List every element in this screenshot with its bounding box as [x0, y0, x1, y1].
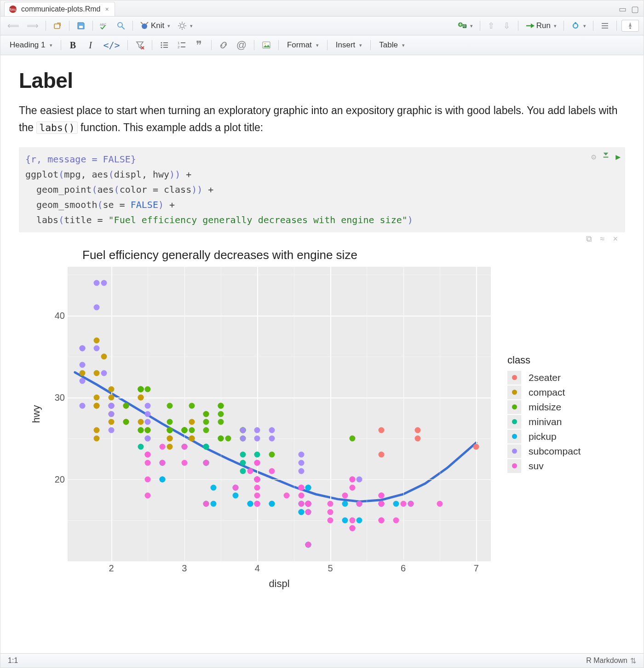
code-chunk[interactable]: ⚙ ▶ {r, message = FALSE}ggplot(mpg, aes(…	[19, 147, 625, 232]
svg-text:+: +	[459, 22, 462, 27]
data-point	[379, 501, 385, 507]
data-point	[254, 484, 260, 490]
data-point	[356, 517, 362, 523]
data-point	[254, 460, 260, 466]
data-point	[94, 403, 100, 409]
save-button[interactable]	[74, 20, 88, 32]
run-chunk-button[interactable]: ▶	[615, 150, 621, 164]
data-point	[247, 468, 253, 474]
data-point	[269, 427, 275, 433]
table-menu[interactable]: Table ▾	[375, 39, 408, 51]
link-button[interactable]	[216, 39, 231, 51]
data-point	[79, 378, 85, 384]
blockquote-button[interactable]: ❞	[192, 37, 207, 53]
status-bar: 1:1 R Markdown ⇅	[0, 653, 644, 668]
run-above-button[interactable]	[602, 150, 610, 164]
find-button[interactable]	[114, 20, 128, 32]
code-button[interactable]: </>	[101, 38, 123, 52]
outline-button[interactable]	[598, 20, 612, 32]
data-point	[349, 484, 355, 490]
data-point	[94, 370, 100, 376]
data-point	[167, 435, 173, 441]
output-popout-button[interactable]: ⧉	[586, 234, 592, 244]
chunk-settings-button[interactable]: ▾	[175, 20, 195, 32]
data-point	[225, 435, 231, 441]
abc-check-icon: ABC	[100, 21, 109, 30]
data-point	[189, 419, 195, 425]
spellcheck-button[interactable]: ABC	[98, 20, 111, 32]
data-point	[379, 493, 385, 499]
data-point	[305, 509, 311, 515]
data-point	[145, 427, 151, 433]
image-button[interactable]	[259, 39, 274, 51]
chunk-options-button[interactable]: ⚙	[591, 150, 596, 164]
go-next-chunk-button[interactable]: ⇩	[500, 19, 513, 32]
data-point	[167, 403, 173, 409]
close-tab-icon[interactable]: ×	[104, 6, 110, 13]
svg-point-44	[264, 43, 265, 44]
data-point	[109, 427, 115, 433]
compass-icon	[626, 21, 635, 30]
data-point	[109, 403, 115, 409]
data-point	[379, 427, 385, 433]
plot-panel	[68, 267, 491, 561]
format-menu[interactable]: Format ▾	[283, 39, 322, 51]
insert-chunk-button[interactable]: +C ▾	[455, 20, 475, 32]
data-point	[218, 411, 224, 417]
output-clear-button[interactable]: ×	[613, 234, 618, 244]
chevron-down-icon: ▾	[554, 23, 557, 29]
data-point	[356, 476, 362, 482]
svg-line-15	[179, 23, 180, 24]
maximize-pane-icon[interactable]: ▢	[631, 5, 639, 13]
svg-text:C: C	[463, 24, 466, 28]
document-body[interactable]: Label The easiest place to start when tu…	[0, 55, 644, 653]
output-collapse-button[interactable]: ≈	[600, 234, 605, 244]
chevron-down-icon: ▾	[190, 23, 193, 29]
visual-editor-button[interactable]	[621, 20, 639, 32]
bold-button[interactable]: B	[66, 39, 80, 52]
data-point	[298, 501, 304, 507]
plot-title: Fuel efficiency generally decreases with…	[82, 248, 608, 262]
cursor-position[interactable]: 1:1	[8, 656, 18, 665]
data-point	[349, 435, 355, 441]
data-point	[203, 460, 209, 466]
data-point	[342, 517, 348, 523]
data-point	[94, 305, 100, 311]
data-point	[298, 452, 304, 458]
go-prev-chunk-button[interactable]: ⇧	[485, 19, 498, 32]
run-label: Run	[536, 21, 551, 30]
publish-button[interactable]: ▾	[569, 20, 588, 32]
data-point	[145, 493, 151, 499]
data-point	[189, 403, 195, 409]
popout-icon	[53, 21, 62, 30]
italic-button[interactable]: I	[83, 39, 98, 52]
clear-formatting-button[interactable]	[132, 39, 147, 51]
block-format-picker[interactable]: Heading 1 ▾	[6, 39, 56, 51]
svg-line-16	[184, 28, 185, 29]
minimize-pane-icon[interactable]: ▭	[619, 5, 627, 13]
data-point	[240, 435, 246, 441]
data-point	[437, 501, 443, 507]
file-type-picker[interactable]: R Markdown	[586, 656, 627, 665]
data-point	[145, 452, 151, 458]
insert-menu[interactable]: Insert ▾	[332, 39, 366, 51]
back-button[interactable]: ⟸	[5, 19, 22, 32]
bullet-list-button[interactable]	[157, 39, 172, 51]
forward-button[interactable]: ⟹	[24, 19, 41, 32]
show-in-new-window-button[interactable]	[51, 20, 64, 32]
run-above-icon	[602, 151, 610, 160]
numbered-list-button[interactable]: 12	[174, 39, 189, 51]
citation-button[interactable]: @	[234, 38, 249, 52]
run-button[interactable]: Run ▾	[523, 20, 559, 32]
data-point	[342, 493, 348, 499]
svg-text:2: 2	[178, 45, 180, 49]
data-point	[473, 443, 479, 449]
data-point	[298, 460, 304, 466]
data-point	[254, 452, 260, 458]
data-point	[218, 435, 224, 441]
file-tab[interactable]: Rmd communicate-plots.Rmd ×	[4, 2, 115, 16]
data-point	[138, 419, 144, 425]
knit-button[interactable]: Knit ▾	[138, 20, 172, 32]
chevron-down-icon: ▾	[402, 42, 405, 48]
data-point	[203, 411, 209, 417]
